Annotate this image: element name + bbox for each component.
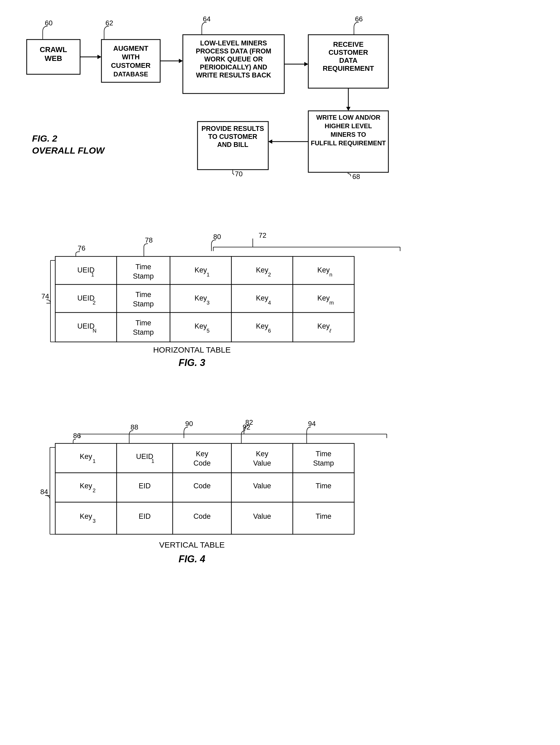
arrowhead-68-70 bbox=[268, 139, 272, 144]
ref-60: 60 bbox=[45, 19, 53, 27]
cell-r3c1: UEID bbox=[77, 322, 95, 330]
ref-64: 64 bbox=[203, 15, 211, 23]
cell4-r3c2: EID bbox=[139, 512, 150, 520]
cell-r2c3: Key bbox=[195, 294, 207, 302]
cell4-r2c1: Key bbox=[80, 482, 92, 490]
cell4-r1c4-1: Key bbox=[256, 450, 269, 458]
fig3-diagram: 72 76 78 80 74 UEID 1 Time Stamp Key 1 K… bbox=[27, 230, 533, 395]
cell4-r2c5: Time bbox=[316, 482, 331, 490]
cell-r3c5: Key bbox=[317, 322, 330, 330]
label-rcdr-1: RECEIVE bbox=[333, 40, 363, 48]
label-llm-5: WRITE RESULTS BACK bbox=[196, 71, 271, 79]
ref-92: 92 bbox=[243, 423, 250, 431]
ref-62: 62 bbox=[105, 19, 113, 27]
cell-r2c1-sub: 2 bbox=[93, 300, 96, 305]
cell4-r2c2: EID bbox=[139, 482, 150, 490]
arrowhead-62-64 bbox=[179, 59, 183, 63]
arrowhead-60-62 bbox=[97, 55, 101, 59]
label-wm-1: WRITE LOW AND/OR bbox=[316, 114, 380, 121]
cell-r2c5-sub: m bbox=[329, 300, 334, 305]
fig4-diagram: 82 86 88 90 92 94 84 Key 1 UEID 1 Key Co… bbox=[27, 417, 533, 609]
label-augment-1: AUGMENT bbox=[113, 44, 148, 52]
ref-70: 70 bbox=[235, 170, 243, 178]
label-rcdr-3: DATA bbox=[339, 56, 358, 64]
cell4-r2c3: Code bbox=[194, 482, 211, 490]
cell4-r2c4: Value bbox=[253, 482, 271, 490]
cell4-r1c2: UEID bbox=[136, 453, 153, 460]
cell4-r1c5-2: Stamp bbox=[313, 459, 334, 467]
cell-r1c4: Key bbox=[256, 266, 269, 274]
cell-r1c5-sub: n bbox=[329, 272, 332, 278]
ref-94: 94 bbox=[308, 420, 316, 428]
svg-rect-32 bbox=[232, 444, 293, 473]
cell-r3c2-2: Stamp bbox=[133, 328, 154, 336]
label-wm-3: MINERS TO bbox=[331, 131, 366, 138]
svg-rect-17 bbox=[117, 313, 170, 342]
cell4-r2c1-sub: 2 bbox=[93, 487, 96, 493]
cell-r2c4-sub: 4 bbox=[268, 300, 271, 305]
ref-76: 76 bbox=[78, 244, 85, 252]
cell-r1c1-sub: 1 bbox=[91, 272, 94, 278]
fig4-section: 82 86 88 90 92 94 84 Key 1 UEID 1 Key Co… bbox=[16, 417, 544, 609]
label-wm-2: HIGHER LEVEL bbox=[324, 122, 372, 130]
cell-r1c2-1: Time bbox=[136, 263, 151, 271]
ref-90: 90 bbox=[185, 420, 193, 428]
cell-r1c3: Key bbox=[195, 266, 207, 274]
label-rcdr-2: CUSTOMER bbox=[328, 48, 369, 56]
cell-r1c3-sub: 1 bbox=[207, 272, 210, 278]
arrowhead-66-68 bbox=[346, 107, 350, 111]
label-crawl-web-2: WEB bbox=[44, 54, 62, 63]
cell4-r1c3-2: Code bbox=[194, 459, 211, 467]
label-pr-1: PROVIDE RESULTS bbox=[202, 125, 264, 132]
cell4-r3c4: Value bbox=[253, 512, 271, 520]
fig2-subtitle: OVERALL FLOW bbox=[32, 145, 105, 156]
ref-72: 72 bbox=[259, 231, 267, 239]
ref-86: 86 bbox=[73, 432, 81, 440]
cell-r1c5: Key bbox=[317, 266, 330, 274]
svg-rect-31 bbox=[173, 444, 232, 473]
cell4-r3c1: Key bbox=[80, 512, 92, 520]
label-pr-2: TO CUSTOMER bbox=[208, 133, 257, 140]
cell-r2c5: Key bbox=[317, 294, 330, 302]
cell-r1c2-2: Stamp bbox=[133, 272, 154, 280]
cell-r3c2-1: Time bbox=[136, 319, 151, 327]
label-pr-3: AND BILL bbox=[217, 141, 248, 148]
ref-80: 80 bbox=[213, 233, 221, 241]
cell4-r3c1-sub: 3 bbox=[93, 518, 96, 524]
cell-r2c1: UEID bbox=[77, 294, 95, 302]
cell4-r1c5-1: Time bbox=[316, 450, 331, 458]
cell-r2c3-sub: 3 bbox=[207, 300, 210, 305]
cell-r3c4: Key bbox=[256, 322, 269, 330]
label-rcdr-4: REQUIREMENT bbox=[323, 64, 374, 72]
ref-74: 74 bbox=[41, 292, 49, 300]
svg-rect-33 bbox=[293, 444, 354, 473]
label-llm-3: WORK QUEUE OR bbox=[204, 55, 262, 63]
label-llm-4: PERIODICALLY) AND bbox=[200, 63, 267, 71]
ref-78: 78 bbox=[145, 236, 153, 244]
cell4-r3c5: Time bbox=[316, 512, 331, 520]
fig4-label: FIG. 4 bbox=[179, 553, 205, 564]
cell4-r1c2-sub: 1 bbox=[151, 458, 154, 464]
cell4-r1c4-2: Value bbox=[253, 459, 271, 467]
cell4-r1c1: Key bbox=[80, 453, 92, 460]
cell-r3c3-sub: 5 bbox=[207, 328, 210, 334]
label-crawl-web: CRAWL bbox=[40, 45, 67, 54]
ref-88: 88 bbox=[131, 423, 138, 431]
cell-r3c4-sub: 6 bbox=[268, 328, 271, 334]
label-llm-1: LOW-LEVEL MINERS bbox=[200, 39, 267, 47]
label-augment-4: DATABASE bbox=[113, 70, 148, 78]
cell-r3c3: Key bbox=[195, 322, 207, 330]
fig3-label: FIG. 3 bbox=[179, 357, 205, 368]
cell4-r3c3: Code bbox=[194, 512, 211, 520]
cell-r2c2-2: Stamp bbox=[133, 300, 154, 308]
arrowhead-64-66 bbox=[304, 62, 308, 66]
label-wm-4: FULFILL REQUIREMENT bbox=[311, 139, 386, 147]
cell4-r1c1-sub: 1 bbox=[93, 458, 96, 464]
label-llm-2: PROCESS DATA (FROM bbox=[196, 47, 272, 55]
cell-r2c2-1: Time bbox=[136, 291, 151, 299]
fig4-table-label: VERTICAL TABLE bbox=[159, 540, 225, 549]
fig2-label: FIG. 2 bbox=[32, 133, 58, 143]
cell-r3c1-sub: N bbox=[93, 328, 96, 334]
fig3-table-label: HORIZONTAL TABLE bbox=[153, 345, 231, 354]
label-augment-2: WITH bbox=[122, 53, 140, 61]
